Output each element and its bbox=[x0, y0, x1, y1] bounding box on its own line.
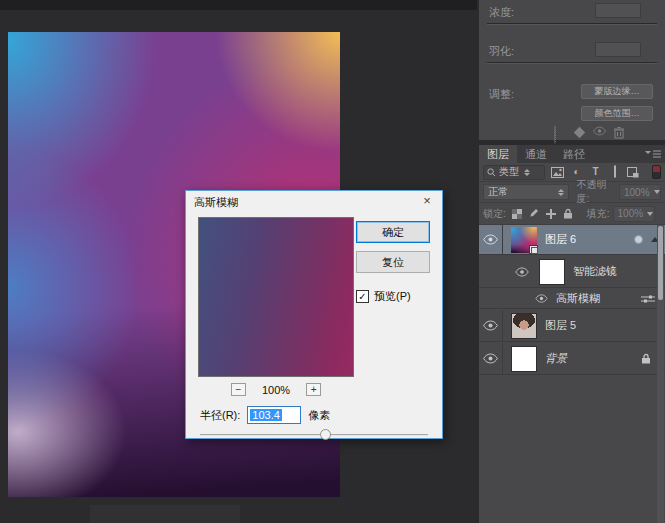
layer-name[interactable]: 图层 6 bbox=[545, 232, 576, 247]
gaussian-blur-dialog: 高斯模糊 × − 100% + 确定 复位 ✓ 预览(P) 半径(R): 103… bbox=[185, 190, 443, 439]
reset-button[interactable]: 复位 bbox=[356, 251, 430, 273]
layer-filtering-toggle[interactable] bbox=[652, 165, 661, 179]
tab-layers[interactable]: 图层 bbox=[479, 145, 517, 163]
visibility-eye-icon[interactable] bbox=[515, 267, 529, 277]
slider-thumb[interactable] bbox=[320, 429, 331, 440]
preview-zoom-controls: − 100% + bbox=[198, 383, 354, 396]
layer-name[interactable]: 图层 5 bbox=[545, 318, 576, 333]
visibility-eye-icon[interactable] bbox=[479, 343, 503, 374]
radius-label: 半径(R): bbox=[200, 408, 240, 423]
smart-filters-label[interactable]: 智能滤镜 bbox=[573, 264, 617, 279]
filter-kind-dropdown[interactable]: 类型 bbox=[483, 165, 545, 180]
lock-all-icon[interactable] bbox=[563, 208, 573, 219]
smart-object-filter-icon[interactable] bbox=[627, 167, 640, 178]
lock-pixels-brush-icon[interactable] bbox=[529, 208, 539, 219]
panels-column: 浓度: 羽化: 调整: 蒙版边缘… 颜色范围… bbox=[477, 0, 665, 523]
slider-track bbox=[200, 434, 428, 436]
preview-checkbox-row: ✓ 预览(P) bbox=[356, 289, 426, 304]
radius-unit-label: 像素 bbox=[308, 408, 330, 423]
radius-slider[interactable] bbox=[200, 429, 428, 441]
blend-mode-dropdown[interactable]: 正常 bbox=[483, 184, 569, 200]
fill-value: 100% bbox=[618, 208, 644, 219]
combo-arrows-icon bbox=[524, 169, 530, 176]
visibility-eye-icon[interactable] bbox=[535, 294, 548, 303]
lock-row: 锁定: 填充: 100% bbox=[479, 203, 665, 225]
zoom-out-button[interactable]: − bbox=[231, 383, 246, 396]
shape-layer-filter-icon[interactable] bbox=[608, 166, 621, 178]
tab-paths[interactable]: 路径 bbox=[555, 145, 593, 163]
preview-checkbox[interactable]: ✓ bbox=[356, 290, 369, 303]
layers-panel: 图层 通道 路径 类型 ◐ T bbox=[479, 145, 665, 523]
layer-lock-icon bbox=[641, 353, 651, 364]
photoshop-window: 浓度: 羽化: 调整: 蒙版边缘… 颜色范围… bbox=[0, 0, 665, 523]
filter-blend-options-icon[interactable] bbox=[641, 294, 655, 304]
panel-menu-icon[interactable] bbox=[645, 148, 661, 160]
radius-input[interactable]: 103.4 bbox=[247, 406, 301, 424]
feather-slider[interactable] bbox=[487, 62, 657, 64]
blur-preview[interactable] bbox=[198, 217, 354, 377]
filter-name[interactable]: 高斯模糊 bbox=[556, 291, 600, 306]
delete-mask-trash-icon[interactable] bbox=[613, 126, 626, 139]
kind-label: 类型 bbox=[499, 165, 519, 179]
fill-dropdown[interactable]: 100% bbox=[613, 206, 655, 222]
lock-transparency-icon[interactable] bbox=[512, 209, 522, 219]
feather-field[interactable] bbox=[595, 42, 641, 57]
smart-object-badge-icon bbox=[529, 245, 538, 254]
zoom-level: 100% bbox=[262, 384, 290, 396]
search-icon bbox=[487, 168, 496, 177]
layer-row-smart-filters[interactable]: 智能滤镜 bbox=[479, 256, 665, 288]
smart-filter-badge-icon[interactable] bbox=[634, 235, 643, 244]
mask-edge-button[interactable]: 蒙版边缘… bbox=[581, 84, 653, 99]
close-icon[interactable]: × bbox=[412, 191, 442, 213]
layer-row-layer6[interactable]: 图层 6 bbox=[479, 225, 665, 255]
workspace-top-edge bbox=[0, 0, 477, 10]
dialog-title: 高斯模糊 bbox=[186, 191, 442, 213]
chevron-down-icon bbox=[647, 212, 653, 216]
disable-mask-eye-icon[interactable] bbox=[593, 126, 606, 139]
workspace-bottom-shade bbox=[90, 505, 240, 523]
layer-row-gaussian-blur-filter[interactable]: 高斯模糊 bbox=[479, 289, 665, 309]
chevron-down-icon bbox=[654, 190, 660, 194]
blend-mode-row: 正常 不透明度: 100% bbox=[479, 182, 665, 203]
preview-checkbox-label[interactable]: 预览(P) bbox=[374, 289, 411, 304]
visibility-eye-icon[interactable] bbox=[479, 310, 503, 341]
scrollbar-thumb[interactable] bbox=[658, 226, 663, 300]
layer-list: 图层 6 智能滤镜 bbox=[479, 225, 665, 523]
density-slider[interactable] bbox=[487, 23, 657, 25]
combo-arrows-icon bbox=[558, 189, 564, 196]
zoom-in-button[interactable]: + bbox=[306, 383, 321, 396]
layer-row-background[interactable]: 背景 bbox=[479, 343, 665, 375]
color-range-button[interactable]: 颜色范围… bbox=[581, 106, 653, 121]
lock-icons bbox=[512, 208, 573, 219]
adjustment-layer-filter-icon[interactable]: ◐ bbox=[570, 166, 583, 178]
layer-thumbnail[interactable] bbox=[511, 313, 537, 339]
filter-mask-thumbnail[interactable] bbox=[539, 259, 565, 285]
layer-row-layer5[interactable]: 图层 5 bbox=[479, 310, 665, 342]
lock-label: 锁定: bbox=[483, 207, 506, 221]
opacity-dropdown[interactable]: 100% bbox=[619, 184, 661, 200]
masks-properties-panel: 浓度: 羽化: 调整: 蒙版边缘… 颜色范围… bbox=[479, 0, 665, 140]
density-field[interactable] bbox=[595, 3, 641, 18]
density-label: 浓度: bbox=[489, 5, 514, 20]
ok-button[interactable]: 确定 bbox=[356, 221, 430, 243]
opacity-value: 100% bbox=[624, 187, 650, 198]
visibility-eye-icon[interactable] bbox=[479, 225, 503, 254]
blend-mode-value: 正常 bbox=[488, 185, 508, 199]
radius-row: 半径(R): 103.4 像素 bbox=[200, 406, 330, 424]
lock-position-icon[interactable] bbox=[546, 209, 556, 219]
pixel-layer-filter-icon[interactable] bbox=[551, 167, 564, 178]
type-layer-filter-icon[interactable]: T bbox=[589, 166, 602, 178]
adjust-label: 调整: bbox=[489, 87, 514, 102]
apply-mask-icon[interactable] bbox=[573, 126, 586, 139]
layers-scrollbar[interactable] bbox=[657, 225, 664, 523]
tab-channels[interactable]: 通道 bbox=[517, 145, 555, 163]
layer-thumbnail[interactable] bbox=[511, 346, 537, 372]
layer-name[interactable]: 背景 bbox=[545, 351, 567, 366]
layer-thumbnail[interactable] bbox=[511, 227, 537, 253]
radius-value: 103.4 bbox=[250, 409, 282, 421]
panel-tabs: 图层 通道 路径 bbox=[479, 145, 665, 163]
load-selection-icon[interactable] bbox=[553, 126, 566, 139]
layer-filter-row: 类型 ◐ T bbox=[479, 163, 665, 182]
fill-label: 填充: bbox=[587, 207, 610, 221]
opacity-label: 不透明度: bbox=[577, 178, 616, 206]
